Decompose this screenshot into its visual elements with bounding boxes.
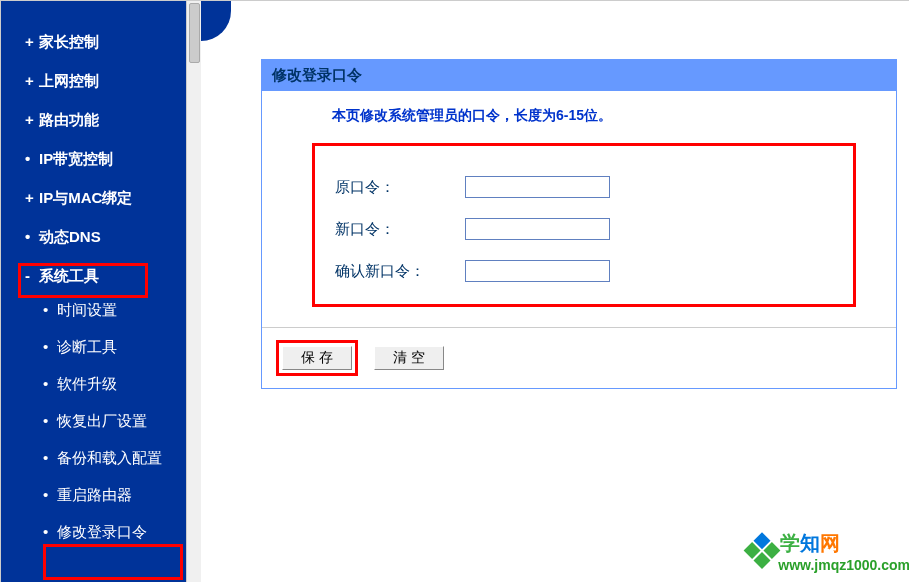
tab-curve-decoration (201, 1, 231, 41)
sidebar: +家长控制 +上网控制 +路由功能 •IP带宽控制 +IP与MAC绑定 •动态D… (1, 1, 201, 582)
confirm-password-input[interactable] (465, 260, 610, 282)
confirm-password-label: 确认新口令： (335, 262, 465, 281)
sidebar-sub-time[interactable]: •时间设置 (43, 292, 186, 329)
sidebar-item-systools[interactable]: -系统工具 •时间设置 •诊断工具 •软件升级 •恢复出厂设置 •备份和载入配置… (25, 257, 186, 561)
sidebar-item-routing[interactable]: +路由功能 (25, 101, 186, 140)
old-password-input[interactable] (465, 176, 610, 198)
save-button[interactable]: 保 存 (282, 346, 352, 370)
watermark-url: www.jmqz1000.com (778, 557, 909, 573)
sidebar-sub-backup[interactable]: •备份和载入配置 (43, 440, 186, 477)
panel-title: 修改登录口令 (262, 60, 896, 91)
sidebar-sub-password[interactable]: •修改登录口令 (43, 514, 186, 551)
new-password-label: 新口令： (335, 220, 465, 239)
save-button-highlight: 保 存 (276, 340, 358, 376)
watermark-brand: 学知网 (780, 530, 909, 557)
main-content: 修改登录口令 本页修改系统管理员的口令，长度为6-15位。 原口令： 新口令： … (201, 1, 909, 582)
sidebar-item-ipmac[interactable]: +IP与MAC绑定 (25, 179, 186, 218)
password-panel: 修改登录口令 本页修改系统管理员的口令，长度为6-15位。 原口令： 新口令： … (261, 59, 897, 389)
watermark: 学知网 www.jmqz1000.com (748, 530, 909, 573)
sidebar-item-bandwidth[interactable]: •IP带宽控制 (25, 140, 186, 179)
sidebar-item-ddns[interactable]: •动态DNS (25, 218, 186, 257)
sidebar-sub-diag[interactable]: •诊断工具 (43, 329, 186, 366)
new-password-input[interactable] (465, 218, 610, 240)
sidebar-submenu: •时间设置 •诊断工具 •软件升级 •恢复出厂设置 •备份和载入配置 •重启路由… (25, 292, 186, 551)
sidebar-scrollbar[interactable] (186, 1, 201, 582)
scrollbar-thumb[interactable] (189, 3, 200, 63)
sidebar-sub-reboot[interactable]: •重启路由器 (43, 477, 186, 514)
clear-button[interactable]: 清 空 (374, 346, 444, 370)
sidebar-sub-factory[interactable]: •恢复出厂设置 (43, 403, 186, 440)
form-highlight-box: 原口令： 新口令： 确认新口令： (312, 143, 856, 307)
sidebar-item-parental[interactable]: +家长控制 (25, 23, 186, 62)
watermark-icon (742, 532, 782, 572)
sidebar-sub-upgrade[interactable]: •软件升级 (43, 366, 186, 403)
old-password-label: 原口令： (335, 178, 465, 197)
panel-description: 本页修改系统管理员的口令，长度为6-15位。 (272, 107, 886, 125)
sidebar-item-access[interactable]: +上网控制 (25, 62, 186, 101)
sidebar-menu: +家长控制 +上网控制 +路由功能 •IP带宽控制 +IP与MAC绑定 •动态D… (1, 23, 186, 561)
panel-footer: 保 存 清 空 (262, 327, 896, 388)
